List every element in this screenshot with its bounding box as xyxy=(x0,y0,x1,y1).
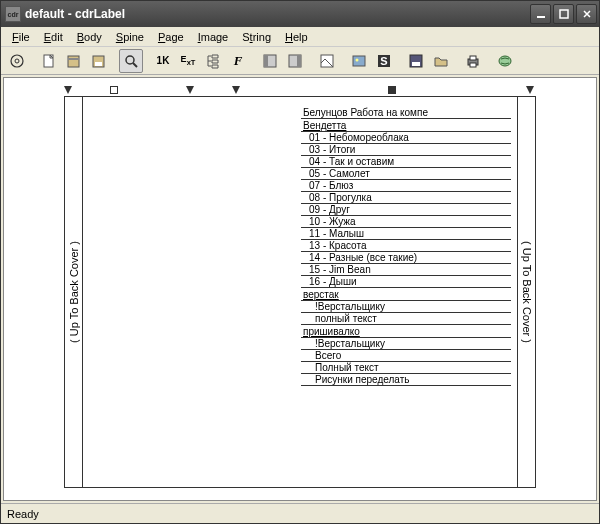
ruler-handle-icon[interactable] xyxy=(64,86,72,94)
track-item: 15 - Jim Bean xyxy=(301,264,511,276)
web-button[interactable] xyxy=(493,49,517,73)
svg-line-10 xyxy=(133,63,137,67)
tracklist[interactable]: Белунцов Работа на компе Вендетта01 - Не… xyxy=(301,107,511,386)
titlebar[interactable]: cdr default - cdrLabel xyxy=(1,1,599,27)
track-item: 08 - Прогулка xyxy=(301,192,511,204)
ruler-handle-icon[interactable] xyxy=(526,86,534,94)
spine-left-text: ( Up To Back Cover ) xyxy=(68,241,80,343)
menu-body[interactable]: Body xyxy=(70,29,109,45)
track-item: Рисунки переделать xyxy=(301,374,511,386)
panel1-button[interactable] xyxy=(258,49,282,73)
menu-spine[interactable]: Spine xyxy=(109,29,151,45)
panel2-button[interactable] xyxy=(283,49,307,73)
font-button[interactable]: F xyxy=(226,49,250,73)
track-section-title: верстак xyxy=(301,289,511,301)
open-button[interactable] xyxy=(62,49,86,73)
track-section-title: пришивалко xyxy=(301,326,511,338)
window-title: default - cdrLabel xyxy=(25,7,530,21)
label-container: ( Up To Back Cover ) Белунцов Работа на … xyxy=(64,86,536,488)
track-item: 03 - Итоги xyxy=(301,144,511,156)
track-section-title: Вендетта xyxy=(301,120,511,132)
ruler-marker-filled-icon[interactable] xyxy=(388,86,396,94)
track-item: 13 - Красота xyxy=(301,240,511,252)
canvas-area[interactable]: ( Up To Back Cover ) Белунцов Работа на … xyxy=(3,77,597,501)
track-item: 09 - Друг xyxy=(301,204,511,216)
menu-image[interactable]: Image xyxy=(191,29,236,45)
svg-rect-0 xyxy=(537,16,545,18)
track-item: !Верстальщику xyxy=(301,338,511,350)
zoom-button[interactable] xyxy=(119,49,143,73)
tracklist-header: Белунцов Работа на компе xyxy=(301,107,511,119)
label-page: ( Up To Back Cover ) Белунцов Работа на … xyxy=(64,96,536,488)
svg-rect-6 xyxy=(68,58,79,60)
track-item: Полный текст xyxy=(301,362,511,374)
track-item: 14 - Разные (все такие) xyxy=(301,252,511,264)
ruler-handle-icon[interactable] xyxy=(232,86,240,94)
menu-page[interactable]: Page xyxy=(151,29,191,45)
spine-right[interactable]: ( Up To Back Cover ) xyxy=(517,97,535,487)
save-button[interactable] xyxy=(87,49,111,73)
svg-rect-1 xyxy=(560,10,568,18)
print-button[interactable] xyxy=(461,49,485,73)
pic-button[interactable] xyxy=(347,49,371,73)
menu-string[interactable]: String xyxy=(235,29,278,45)
track-item: 04 - Так и оставим xyxy=(301,156,511,168)
ruler-marker-icon[interactable] xyxy=(110,86,118,94)
track-item: 16 - Дыши xyxy=(301,276,511,288)
svg-rect-24 xyxy=(470,63,476,67)
app-icon: cdr xyxy=(5,6,21,22)
scan-disc-button[interactable] xyxy=(5,49,29,73)
main-window: cdr default - cdrLabel File Edit Body Sp… xyxy=(0,0,600,524)
statusbar: Ready xyxy=(1,503,599,523)
track-item: Всего xyxy=(301,350,511,362)
menu-edit[interactable]: Edit xyxy=(37,29,70,45)
svg-rect-5 xyxy=(68,56,79,67)
spine-right-text: ( Up To Back Cover ) xyxy=(521,241,533,343)
string-button[interactable]: S xyxy=(372,49,396,73)
svg-rect-21 xyxy=(412,62,420,66)
svg-point-2 xyxy=(11,55,23,67)
onek-button[interactable]: 1K xyxy=(151,49,175,73)
track-item: полный текст xyxy=(301,313,511,325)
svg-rect-8 xyxy=(95,62,102,66)
disk-button[interactable] xyxy=(404,49,428,73)
new-button[interactable] xyxy=(37,49,61,73)
image-tool-button[interactable] xyxy=(315,49,339,73)
close-button[interactable] xyxy=(576,4,597,24)
menu-help[interactable]: Help xyxy=(278,29,315,45)
track-item: 10 - Жужа xyxy=(301,216,511,228)
svg-rect-16 xyxy=(353,56,365,66)
svg-point-17 xyxy=(356,58,359,61)
svg-rect-12 xyxy=(264,55,268,67)
track-item: 11 - Малыш xyxy=(301,228,511,240)
track-item: 05 - Самолет xyxy=(301,168,511,180)
svg-rect-23 xyxy=(470,56,476,60)
maximize-button[interactable] xyxy=(553,4,574,24)
svg-rect-14 xyxy=(297,55,301,67)
track-item: 01 - Небомореоблака xyxy=(301,132,511,144)
folder-open-button[interactable] xyxy=(429,49,453,73)
back-cover-panel[interactable]: Белунцов Работа на компе Вендетта01 - Не… xyxy=(83,97,517,487)
track-item: !Верстальщику xyxy=(301,301,511,313)
tree-button[interactable] xyxy=(201,49,225,73)
minimize-button[interactable] xyxy=(530,4,551,24)
ext-button[interactable]: ExT xyxy=(176,49,200,73)
status-text: Ready xyxy=(7,508,39,520)
svg-point-3 xyxy=(15,59,19,63)
ruler-top xyxy=(64,86,536,96)
spine-left[interactable]: ( Up To Back Cover ) xyxy=(65,97,83,487)
menu-file[interactable]: File xyxy=(5,29,37,45)
menubar: File Edit Body Spine Page Image String H… xyxy=(1,27,599,47)
ruler-handle-icon[interactable] xyxy=(186,86,194,94)
svg-text:S: S xyxy=(380,55,387,67)
toolbar: 1K ExT F S xyxy=(1,47,599,75)
svg-point-9 xyxy=(126,56,134,64)
track-item: 07 - Блюз xyxy=(301,180,511,192)
